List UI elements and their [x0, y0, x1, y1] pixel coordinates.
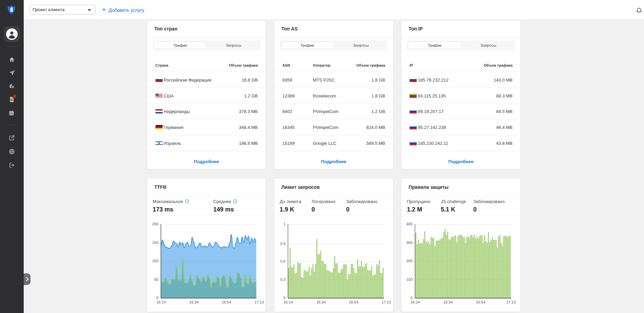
svg-text:1: 1	[283, 222, 285, 226]
svg-text:400: 400	[406, 222, 412, 226]
svg-text:0: 0	[156, 296, 158, 300]
svg-text:0: 0	[410, 296, 412, 300]
svg-text:16:54: 16:54	[476, 300, 485, 304]
svg-text:16:54: 16:54	[222, 300, 231, 304]
svg-text:16:34: 16:34	[316, 300, 326, 304]
svg-text:16:14: 16:14	[156, 300, 166, 304]
svg-text:50: 50	[154, 277, 158, 281]
svg-text:0.3: 0.3	[280, 277, 285, 282]
svg-text:?: ?	[234, 200, 236, 203]
svg-text:200: 200	[152, 222, 158, 226]
svg-text:0.9: 0.9	[280, 242, 285, 246]
svg-text:16:54: 16:54	[349, 300, 358, 304]
svg-text:300: 300	[406, 240, 412, 244]
svg-text:0: 0	[283, 296, 285, 300]
svg-text:150: 150	[152, 240, 158, 244]
svg-text:200: 200	[406, 259, 412, 263]
svg-text:17:13: 17:13	[254, 300, 264, 304]
svg-text:16:34: 16:34	[189, 300, 199, 304]
svg-text:16:34: 16:34	[443, 300, 453, 304]
svg-text:17:13: 17:13	[381, 300, 391, 304]
svg-text:17:13: 17:13	[506, 300, 516, 304]
svg-text:100: 100	[152, 259, 158, 263]
svg-text:?: ?	[186, 200, 188, 203]
svg-text:16:14: 16:14	[411, 300, 420, 304]
svg-text:0.6: 0.6	[280, 259, 285, 263]
svg-text:16:14: 16:14	[283, 300, 293, 304]
svg-text:100: 100	[406, 277, 412, 281]
